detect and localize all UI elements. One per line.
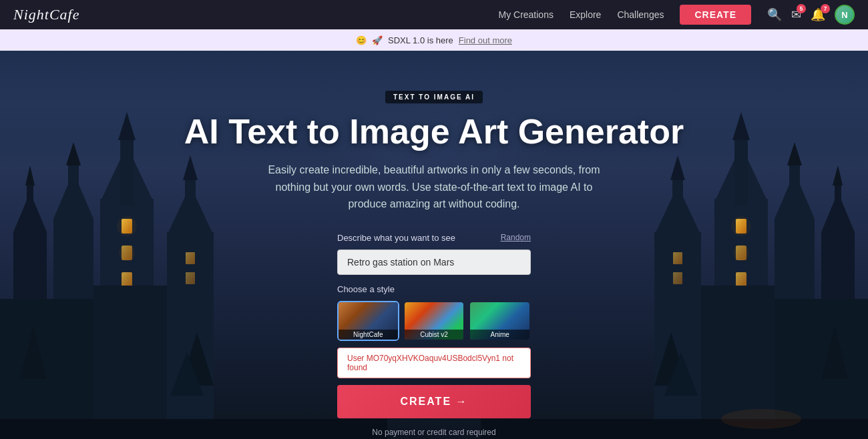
nav-link-challenges[interactable]: Challenges — [617, 9, 664, 20]
announcement-emoji2: 🚀 — [372, 35, 383, 45]
notifications-icon[interactable]: 🔔 7 — [811, 7, 825, 22]
random-link[interactable]: Random — [501, 233, 531, 242]
style-option-cubist[interactable]: Cubist v2 — [403, 301, 465, 341]
notifications-badge: 7 — [821, 4, 830, 13]
navbar: NightCafe My Creations Explore Challenge… — [0, 0, 868, 29]
messages-icon[interactable]: ✉ 5 — [791, 7, 801, 22]
prompt-input[interactable] — [337, 250, 531, 275]
hero-content: TEXT TO IMAGE AI AI Text to Image Art Ge… — [0, 51, 868, 439]
style-option-cubist-label: Cubist v2 — [405, 330, 464, 340]
error-message: User MO70yqXHVKOaquv4USBodcl5Vyn1 not fo… — [337, 348, 531, 378]
describe-label: Describe what you want to see — [337, 233, 455, 243]
brand-logo[interactable]: NightCafe — [13, 6, 79, 23]
style-option-nightcafe-label: NightCafe — [339, 330, 398, 340]
search-icon[interactable]: 🔍 — [767, 7, 782, 22]
announcement-text: SDXL 1.0 is here — [388, 35, 453, 45]
creation-form: Describe what you want to see Random Cho… — [337, 233, 531, 437]
announcement-emoji1: 😊 — [356, 35, 367, 45]
user-avatar[interactable]: N — [835, 5, 855, 25]
nav-icons: 🔍 ✉ 5 🔔 7 N — [767, 5, 855, 25]
nav-link-my-creations[interactable]: My Creations — [498, 9, 553, 20]
nav-link-explore[interactable]: Explore — [570, 9, 601, 20]
nav-create-button[interactable]: CREATE — [680, 5, 751, 25]
announcement-bar: 😊 🚀 SDXL 1.0 is here Find out more — [0, 29, 868, 51]
describe-label-row: Describe what you want to see Random — [337, 233, 531, 243]
style-option-nightcafe[interactable]: NightCafe — [337, 301, 399, 341]
hero-title: AI Text to Image Art Generator — [184, 113, 684, 151]
navbar-right: My Creations Explore Challenges CREATE 🔍… — [498, 5, 855, 25]
style-option-anime[interactable]: Anime — [469, 301, 531, 341]
style-label: Choose a style — [337, 284, 531, 294]
style-options: NightCafe Cubist v2 Anime — [337, 301, 531, 341]
no-payment-text: No payment or credit card required — [337, 428, 531, 437]
announcement-link[interactable]: Find out more — [459, 35, 512, 45]
hero-tag: TEXT TO IMAGE AI — [385, 91, 483, 103]
hero-subtitle: Easily create incredible, beautiful artw… — [260, 161, 608, 213]
create-button[interactable]: CREATE → — [337, 385, 531, 418]
messages-badge: 5 — [797, 4, 806, 13]
style-option-anime-label: Anime — [470, 330, 529, 340]
